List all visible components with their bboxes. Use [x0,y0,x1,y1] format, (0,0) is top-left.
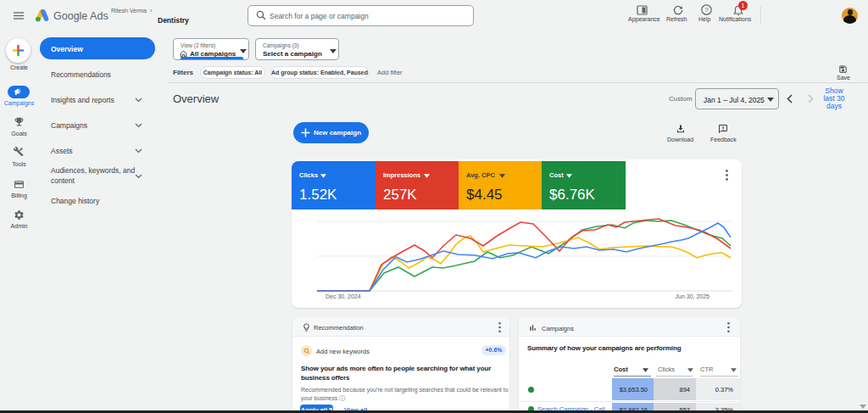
svg-text:?: ? [704,6,709,14]
svg-text:Dec 30, 2024: Dec 30, 2024 [326,293,361,299]
svg-text:Jun 30, 2025: Jun 30, 2025 [676,293,710,299]
